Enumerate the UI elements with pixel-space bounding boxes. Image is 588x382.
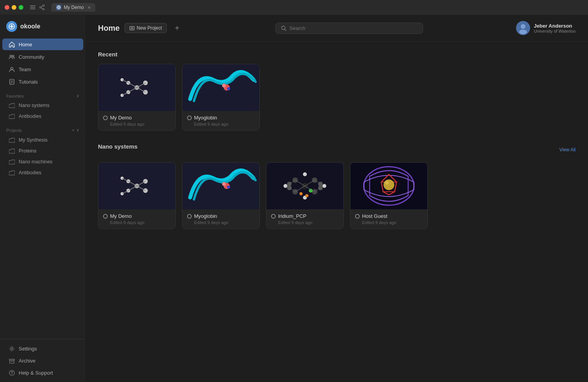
- card-name-row: My Demo: [103, 213, 171, 219]
- header-right: Jeber Anderson University of Waterloo: [516, 21, 576, 35]
- sidebar-item-tutorials[interactable]: Tutorials: [2, 76, 83, 88]
- search-icon: [281, 26, 286, 31]
- sidebar-item-team[interactable]: Team: [2, 63, 83, 75]
- card-name-row: Iridium_PCP: [271, 213, 339, 219]
- svg-line-84: [295, 180, 305, 186]
- folder-icon: [9, 102, 15, 109]
- svg-point-67: [227, 186, 230, 189]
- nano-cards: My Demo Edited 9 days ago: [98, 162, 576, 229]
- tutorials-icon: [9, 79, 15, 85]
- sidebar-item-antibodies[interactable]: Antibodies: [2, 168, 83, 178]
- header-left: Home New Project +: [98, 23, 182, 33]
- sidebar-item-nanomachines[interactable]: Nano machines: [2, 157, 83, 167]
- nano-card-hostguest[interactable]: Host Guest Edited 9 days ago: [350, 162, 428, 229]
- user-info: Jeber Anderson University of Waterloo: [534, 23, 576, 33]
- recent-section: Recent: [98, 51, 576, 131]
- svg-line-86: [295, 186, 305, 192]
- sidebar-item-settings[interactable]: Settings: [2, 343, 83, 354]
- svg-point-4: [40, 7, 41, 8]
- svg-line-60: [137, 186, 145, 191]
- help-icon: [9, 370, 15, 376]
- card-thumbnail-mydemo-nano: [98, 163, 175, 209]
- close-button[interactable]: [5, 5, 9, 10]
- svg-line-46: [128, 88, 137, 92]
- svg-point-17: [10, 67, 13, 70]
- page-title: Home: [98, 24, 120, 33]
- sidebar-item-archive[interactable]: Archive: [2, 355, 83, 366]
- projects-chevron-icon[interactable]: ∨: [76, 128, 79, 133]
- folder-icon: [9, 137, 15, 143]
- folder-icon: [9, 170, 15, 176]
- projects-actions[interactable]: + ∨: [72, 127, 79, 133]
- sidebar-item-community[interactable]: Community: [2, 51, 83, 63]
- card-name: Myoglobin: [194, 115, 217, 121]
- card-date: Edited 9 days ago: [362, 220, 423, 225]
- main-content: Home New Project +: [86, 15, 588, 382]
- sidebar-item-help[interactable]: Help & Support: [2, 367, 83, 378]
- svg-line-7: [41, 8, 43, 9]
- sidebar-toggle-icon[interactable]: [30, 4, 36, 11]
- favorites-chevron[interactable]: ∨: [76, 93, 79, 98]
- svg-line-6: [41, 6, 43, 7]
- add-project-icon[interactable]: +: [72, 127, 75, 133]
- recent-card-mydemo[interactable]: My Demo Edited 9 days ago: [98, 64, 176, 131]
- svg-rect-2: [30, 9, 35, 9]
- favorites-title: Favorites: [6, 94, 24, 98]
- traffic-lights: [5, 5, 23, 10]
- svg-point-100: [383, 179, 394, 190]
- nano-section: Nano systems View All: [98, 143, 576, 229]
- card-status-icon: [355, 214, 360, 219]
- titlebar-nav-icons: [30, 4, 45, 11]
- folder-icon: [9, 113, 15, 119]
- nano-section-header-row: Nano systems View All: [98, 143, 576, 156]
- card-date: Edited 9 days ago: [278, 220, 339, 225]
- sidebar-bottom: Settings Archive Help & Support: [0, 339, 86, 379]
- minimize-button[interactable]: [12, 5, 16, 10]
- nano-card-mydemo[interactable]: My Demo Edited 9 days ago: [98, 162, 176, 229]
- svg-line-43: [137, 83, 145, 88]
- svg-point-3: [43, 5, 44, 6]
- community-label: Community: [19, 54, 44, 60]
- folder-icon: [9, 148, 15, 154]
- nano-card-iridium[interactable]: Iridium_PCP Edited 9 days ago: [266, 162, 344, 229]
- browser-tab[interactable]: My Demo ✕: [51, 3, 95, 12]
- sidebar-item-home[interactable]: Home: [2, 39, 83, 50]
- titlebar: My Demo ✕: [0, 0, 588, 15]
- svg-line-85: [305, 180, 315, 186]
- team-icon: [9, 66, 15, 72]
- user-org: University of Waterloo: [534, 29, 576, 33]
- search-bar[interactable]: [275, 23, 423, 34]
- mysynthesis-label: My Synthesis: [19, 137, 47, 143]
- sidebar-item-proteins[interactable]: Proteins: [2, 146, 83, 156]
- svg-point-5: [43, 9, 44, 10]
- favorites-section-header: Favorites ∨: [0, 88, 86, 100]
- svg-line-61: [128, 181, 137, 186]
- settings-label: Settings: [19, 346, 37, 352]
- tab-favicon: [56, 5, 61, 10]
- share-icon[interactable]: [39, 4, 45, 11]
- search-input[interactable]: [289, 25, 417, 31]
- nanomachines-label: Nano machines: [19, 159, 52, 165]
- proteins-label: Proteins: [19, 148, 37, 154]
- sidebar-item-nanosystems[interactable]: Nano systems: [2, 100, 83, 110]
- recent-card-myoglobin[interactable]: Myoglobin Edited 9 days ago: [182, 64, 260, 131]
- antibodies-label: Antibodies: [19, 170, 41, 175]
- sidebar-item-antibodies-fav[interactable]: Antibodies: [2, 111, 83, 121]
- svg-point-35: [519, 30, 527, 34]
- card-thumbnail-iridium: [266, 163, 343, 209]
- content-area: Recent: [86, 42, 588, 382]
- nano-card-myoglobin[interactable]: Myoglobin Edited 9 days ago: [182, 162, 260, 229]
- maximize-button[interactable]: [19, 5, 23, 10]
- tab-title: My Demo: [64, 5, 84, 10]
- help-label: Help & Support: [19, 370, 53, 376]
- add-button[interactable]: +: [172, 23, 182, 33]
- folder-icon: [9, 159, 15, 165]
- view-all-link[interactable]: View All: [559, 147, 576, 152]
- community-icon: [9, 54, 15, 60]
- svg-point-22: [11, 348, 13, 350]
- tab-close-icon[interactable]: ✕: [88, 5, 91, 10]
- svg-point-15: [10, 55, 12, 57]
- sidebar-item-mysynthesis[interactable]: My Synthesis: [2, 135, 83, 145]
- card-name-row: Myoglobin: [187, 213, 255, 219]
- new-project-button[interactable]: New Project: [124, 23, 167, 33]
